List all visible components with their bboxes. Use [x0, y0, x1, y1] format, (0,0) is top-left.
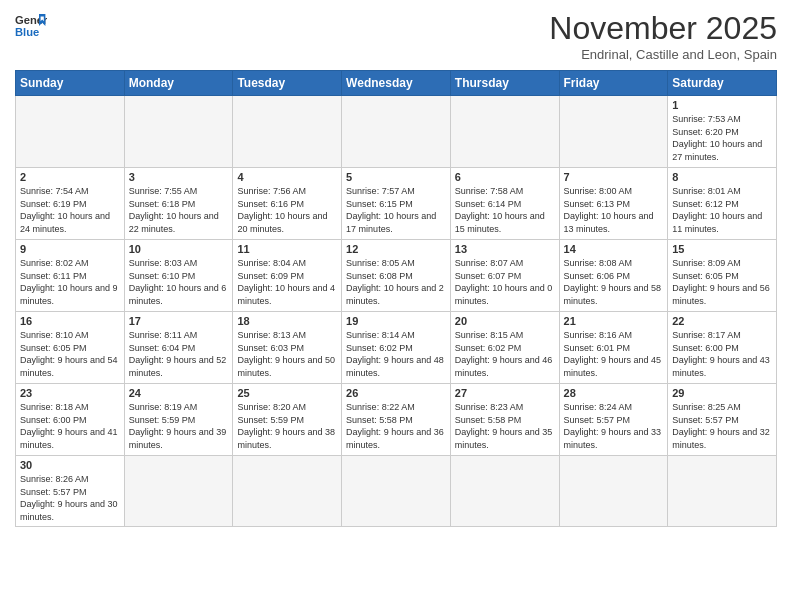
calendar-cell: [668, 456, 777, 527]
day-number: 23: [20, 387, 120, 399]
calendar-week-row: 9Sunrise: 8:02 AM Sunset: 6:11 PM Daylig…: [16, 240, 777, 312]
calendar-week-row: 16Sunrise: 8:10 AM Sunset: 6:05 PM Dayli…: [16, 312, 777, 384]
day-number: 14: [564, 243, 664, 255]
day-number: 26: [346, 387, 446, 399]
day-number: 2: [20, 171, 120, 183]
day-number: 15: [672, 243, 772, 255]
day-number: 11: [237, 243, 337, 255]
calendar-cell: 20Sunrise: 8:15 AM Sunset: 6:02 PM Dayli…: [450, 312, 559, 384]
calendar-cell: 27Sunrise: 8:23 AM Sunset: 5:58 PM Dayli…: [450, 384, 559, 456]
page-header: General Blue November 2025 Endrinal, Cas…: [15, 10, 777, 62]
calendar-cell: [559, 456, 668, 527]
weekday-header-friday: Friday: [559, 71, 668, 96]
day-info: Sunrise: 7:56 AM Sunset: 6:16 PM Dayligh…: [237, 185, 337, 235]
day-info: Sunrise: 8:18 AM Sunset: 6:00 PM Dayligh…: [20, 401, 120, 451]
calendar-cell: 23Sunrise: 8:18 AM Sunset: 6:00 PM Dayli…: [16, 384, 125, 456]
day-info: Sunrise: 8:10 AM Sunset: 6:05 PM Dayligh…: [20, 329, 120, 379]
weekday-header-row: SundayMondayTuesdayWednesdayThursdayFrid…: [16, 71, 777, 96]
weekday-header-thursday: Thursday: [450, 71, 559, 96]
calendar-week-row: 23Sunrise: 8:18 AM Sunset: 6:00 PM Dayli…: [16, 384, 777, 456]
day-info: Sunrise: 8:03 AM Sunset: 6:10 PM Dayligh…: [129, 257, 229, 307]
calendar-cell: 10Sunrise: 8:03 AM Sunset: 6:10 PM Dayli…: [124, 240, 233, 312]
day-info: Sunrise: 8:13 AM Sunset: 6:03 PM Dayligh…: [237, 329, 337, 379]
calendar-table: SundayMondayTuesdayWednesdayThursdayFrid…: [15, 70, 777, 527]
day-info: Sunrise: 8:05 AM Sunset: 6:08 PM Dayligh…: [346, 257, 446, 307]
day-number: 29: [672, 387, 772, 399]
calendar-cell: [233, 96, 342, 168]
weekday-header-saturday: Saturday: [668, 71, 777, 96]
day-info: Sunrise: 7:53 AM Sunset: 6:20 PM Dayligh…: [672, 113, 772, 163]
svg-text:Blue: Blue: [15, 26, 39, 38]
logo: General Blue: [15, 10, 47, 42]
calendar-week-row: 2Sunrise: 7:54 AM Sunset: 6:19 PM Daylig…: [16, 168, 777, 240]
day-info: Sunrise: 8:20 AM Sunset: 5:59 PM Dayligh…: [237, 401, 337, 451]
day-info: Sunrise: 8:14 AM Sunset: 6:02 PM Dayligh…: [346, 329, 446, 379]
weekday-header-sunday: Sunday: [16, 71, 125, 96]
day-info: Sunrise: 8:23 AM Sunset: 5:58 PM Dayligh…: [455, 401, 555, 451]
day-number: 27: [455, 387, 555, 399]
calendar-cell: 13Sunrise: 8:07 AM Sunset: 6:07 PM Dayli…: [450, 240, 559, 312]
calendar-cell: 5Sunrise: 7:57 AM Sunset: 6:15 PM Daylig…: [342, 168, 451, 240]
calendar-week-row: 30Sunrise: 8:26 AM Sunset: 5:57 PM Dayli…: [16, 456, 777, 527]
day-info: Sunrise: 8:15 AM Sunset: 6:02 PM Dayligh…: [455, 329, 555, 379]
day-info: Sunrise: 8:24 AM Sunset: 5:57 PM Dayligh…: [564, 401, 664, 451]
calendar-cell: [233, 456, 342, 527]
location-subtitle: Endrinal, Castille and Leon, Spain: [549, 47, 777, 62]
day-number: 21: [564, 315, 664, 327]
day-info: Sunrise: 8:22 AM Sunset: 5:58 PM Dayligh…: [346, 401, 446, 451]
day-number: 24: [129, 387, 229, 399]
day-number: 5: [346, 171, 446, 183]
calendar-cell: 2Sunrise: 7:54 AM Sunset: 6:19 PM Daylig…: [16, 168, 125, 240]
day-info: Sunrise: 8:01 AM Sunset: 6:12 PM Dayligh…: [672, 185, 772, 235]
calendar-cell: 12Sunrise: 8:05 AM Sunset: 6:08 PM Dayli…: [342, 240, 451, 312]
day-number: 25: [237, 387, 337, 399]
day-info: Sunrise: 8:09 AM Sunset: 6:05 PM Dayligh…: [672, 257, 772, 307]
day-info: Sunrise: 8:07 AM Sunset: 6:07 PM Dayligh…: [455, 257, 555, 307]
day-number: 4: [237, 171, 337, 183]
day-number: 16: [20, 315, 120, 327]
day-number: 19: [346, 315, 446, 327]
calendar-cell: 14Sunrise: 8:08 AM Sunset: 6:06 PM Dayli…: [559, 240, 668, 312]
day-info: Sunrise: 8:16 AM Sunset: 6:01 PM Dayligh…: [564, 329, 664, 379]
day-number: 20: [455, 315, 555, 327]
day-number: 12: [346, 243, 446, 255]
calendar-cell: 3Sunrise: 7:55 AM Sunset: 6:18 PM Daylig…: [124, 168, 233, 240]
calendar-cell: 7Sunrise: 8:00 AM Sunset: 6:13 PM Daylig…: [559, 168, 668, 240]
day-number: 13: [455, 243, 555, 255]
day-number: 30: [20, 459, 120, 471]
day-number: 6: [455, 171, 555, 183]
calendar-cell: 6Sunrise: 7:58 AM Sunset: 6:14 PM Daylig…: [450, 168, 559, 240]
calendar-cell: 11Sunrise: 8:04 AM Sunset: 6:09 PM Dayli…: [233, 240, 342, 312]
day-info: Sunrise: 8:17 AM Sunset: 6:00 PM Dayligh…: [672, 329, 772, 379]
calendar-cell: 16Sunrise: 8:10 AM Sunset: 6:05 PM Dayli…: [16, 312, 125, 384]
calendar-cell: [450, 96, 559, 168]
calendar-cell: 28Sunrise: 8:24 AM Sunset: 5:57 PM Dayli…: [559, 384, 668, 456]
day-number: 3: [129, 171, 229, 183]
calendar-cell: 4Sunrise: 7:56 AM Sunset: 6:16 PM Daylig…: [233, 168, 342, 240]
calendar-week-row: 1Sunrise: 7:53 AM Sunset: 6:20 PM Daylig…: [16, 96, 777, 168]
title-block: November 2025 Endrinal, Castille and Leo…: [549, 10, 777, 62]
calendar-cell: [342, 96, 451, 168]
calendar-cell: [124, 456, 233, 527]
weekday-header-wednesday: Wednesday: [342, 71, 451, 96]
day-info: Sunrise: 8:04 AM Sunset: 6:09 PM Dayligh…: [237, 257, 337, 307]
weekday-header-tuesday: Tuesday: [233, 71, 342, 96]
day-number: 8: [672, 171, 772, 183]
calendar-cell: 15Sunrise: 8:09 AM Sunset: 6:05 PM Dayli…: [668, 240, 777, 312]
day-number: 7: [564, 171, 664, 183]
day-number: 22: [672, 315, 772, 327]
day-number: 18: [237, 315, 337, 327]
day-number: 1: [672, 99, 772, 111]
calendar-cell: [342, 456, 451, 527]
month-title: November 2025: [549, 10, 777, 47]
weekday-header-monday: Monday: [124, 71, 233, 96]
day-info: Sunrise: 7:57 AM Sunset: 6:15 PM Dayligh…: [346, 185, 446, 235]
calendar-cell: 18Sunrise: 8:13 AM Sunset: 6:03 PM Dayli…: [233, 312, 342, 384]
calendar-cell: [16, 96, 125, 168]
calendar-cell: 29Sunrise: 8:25 AM Sunset: 5:57 PM Dayli…: [668, 384, 777, 456]
calendar-cell: 9Sunrise: 8:02 AM Sunset: 6:11 PM Daylig…: [16, 240, 125, 312]
calendar-cell: 1Sunrise: 7:53 AM Sunset: 6:20 PM Daylig…: [668, 96, 777, 168]
day-info: Sunrise: 8:26 AM Sunset: 5:57 PM Dayligh…: [20, 473, 120, 523]
day-number: 28: [564, 387, 664, 399]
day-number: 17: [129, 315, 229, 327]
